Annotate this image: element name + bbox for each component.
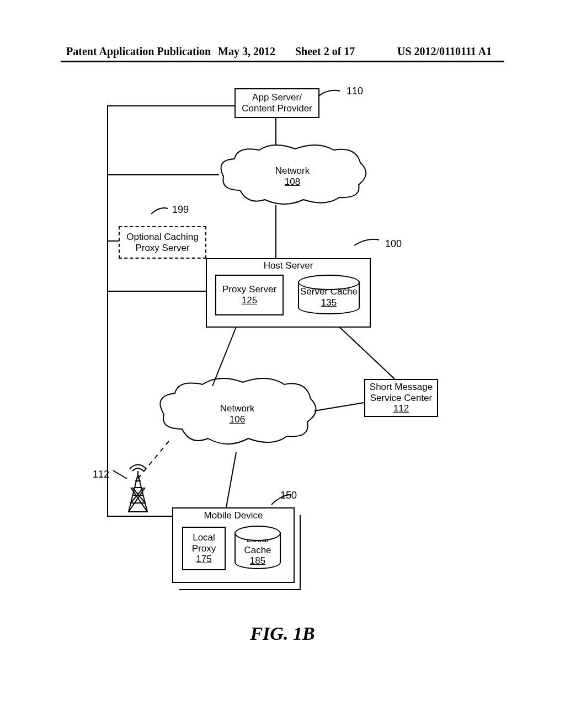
local-proxy-box: Local Proxy 175	[182, 527, 226, 570]
optional-proxy-line2: Proxy Server	[135, 243, 189, 254]
cell-tower-icon	[124, 463, 152, 513]
mobile-device-title: Mobile Device	[204, 510, 263, 521]
mobile-device-ref: 150	[280, 490, 297, 501]
app-server-subtitle: Content Provider	[242, 103, 312, 114]
optional-proxy-box: Optional Caching Proxy Server	[119, 226, 206, 259]
publication-label: Patent Application Publication	[66, 45, 211, 58]
app-server-ref: 110	[347, 85, 363, 97]
local-cache-line2: Cache	[244, 545, 271, 556]
proxy-server-box: Proxy Server 125	[215, 275, 284, 315]
app-server-box: App Server/ Content Provider	[234, 88, 319, 118]
local-cache-id: 185	[250, 555, 265, 566]
publication-date: May 3, 2012	[218, 45, 275, 58]
proxy-server-title: Proxy Server	[222, 284, 276, 295]
network-bottom-title: Network	[220, 403, 254, 414]
smsc-line1: Short Message	[370, 382, 433, 393]
app-server-title: App Server/	[252, 92, 302, 103]
smsc-id: 112	[393, 403, 409, 414]
local-proxy-line1: Local	[193, 532, 215, 543]
optional-proxy-ref: 199	[172, 204, 189, 216]
tower-ref: 112	[93, 469, 109, 480]
host-server-title: Host Server	[264, 260, 313, 271]
local-proxy-id: 175	[196, 554, 211, 565]
network-bottom-cloud: Network 106	[157, 377, 317, 448]
server-cache-id: 135	[321, 297, 337, 308]
publication-number: US 2012/0110111 A1	[397, 45, 492, 58]
proxy-server-id: 125	[242, 295, 257, 306]
optional-proxy-line1: Optional Caching	[126, 232, 198, 243]
host-server-ref: 100	[385, 238, 402, 250]
server-cache-title: Server Cache	[300, 286, 358, 297]
sheet-number: Sheet 2 of 17	[295, 45, 355, 58]
local-cache-line1: Local	[247, 534, 269, 545]
local-proxy-line2: Proxy	[192, 543, 216, 554]
local-cache-cylinder: Local Cache 185	[234, 532, 281, 569]
network-top-id: 108	[285, 176, 300, 187]
network-top-title: Network	[275, 165, 310, 176]
figure-caption: FIG. 1B	[0, 623, 565, 644]
header-rule	[61, 61, 504, 62]
network-bottom-id: 106	[230, 414, 245, 425]
smsc-line2: Service Center	[370, 393, 432, 404]
smsc-box: Short Message Service Center 112	[364, 379, 438, 417]
network-top-cloud: Network 108	[218, 143, 367, 207]
server-cache-cylinder: Server Cache 135	[298, 281, 360, 314]
